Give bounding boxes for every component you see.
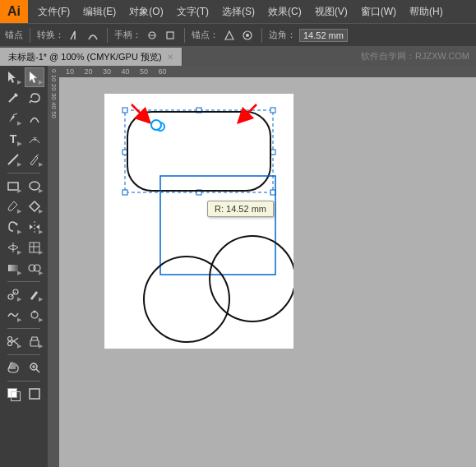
lasso-tool[interactable] — [25, 88, 44, 108]
menu-help[interactable]: 帮助(H) — [403, 0, 450, 23]
pencil-tool[interactable]: ▶ — [25, 150, 44, 169]
red-arrow-topright — [236, 100, 261, 125]
svg-rect-43 — [30, 389, 39, 399]
blend-tool[interactable]: ▶ — [3, 284, 23, 304]
svg-line-58 — [132, 104, 146, 118]
width-tool[interactable]: ▶ — [3, 238, 23, 257]
tool-row-3: ▶ — [0, 109, 48, 128]
artwork-svg — [104, 94, 293, 349]
corner-radius-value[interactable]: 14.52 mm — [299, 29, 348, 42]
anchor-icon-2[interactable] — [240, 28, 255, 43]
tool-sep-4 — [7, 354, 40, 355]
type-on-path-tool[interactable]: T — [25, 129, 44, 149]
menu-file[interactable]: 文件(F) — [31, 0, 76, 23]
anchor-icon-1[interactable] — [222, 28, 237, 43]
artboard: R: 14.52 mm — [104, 94, 293, 349]
svg-rect-50 — [122, 190, 127, 195]
menu-effect[interactable]: 效果(C) — [261, 0, 308, 23]
menu-type[interactable]: 文字(T) — [170, 0, 215, 23]
live-paint-tool[interactable]: ▶ — [25, 284, 44, 304]
curvature-tool[interactable] — [25, 109, 44, 128]
reflect-tool[interactable]: ▶ — [25, 217, 44, 237]
convert-icon-1[interactable] — [67, 28, 82, 43]
menu-select[interactable]: 选择(S) — [215, 0, 261, 23]
toolbar-sep-4 — [261, 28, 262, 43]
horizontal-ruler: 0 10 20 30 40 50 60 — [48, 66, 476, 77]
menu-view[interactable]: 视图(V) — [308, 0, 354, 23]
draw-mode-tool[interactable] — [25, 384, 44, 404]
svg-line-11 — [13, 113, 17, 115]
menu-items: 文件(F) 编辑(E) 对象(O) 文字(T) 选择(S) 效果(C) 视图(V… — [28, 0, 450, 23]
mesh-tool[interactable]: ▶ — [25, 238, 44, 257]
direct-selection-tool[interactable]: ▶ — [25, 67, 44, 87]
ellipse-tool[interactable]: ▶ — [25, 176, 44, 196]
svg-rect-52 — [270, 190, 275, 195]
svg-text:T: T — [33, 136, 37, 143]
puppet-warp-tool[interactable]: ▶ — [25, 305, 44, 325]
tool-sep-3 — [7, 328, 40, 329]
shape-builder-tool[interactable]: ▶ — [25, 258, 44, 278]
tab-close-button[interactable]: ✕ — [167, 53, 173, 62]
tool-row-7: ▶ ▶ — [0, 197, 48, 216]
warp-tool[interactable]: ▶ — [3, 305, 23, 325]
menu-window[interactable]: 窗口(W) — [354, 0, 403, 23]
tool-row-11: ▶ ▶ — [0, 284, 48, 304]
toolbar-handle-label: 手柄： — [114, 29, 141, 41]
zoom-tool[interactable] — [25, 358, 44, 377]
menubar: Ai 文件(F) 编辑(E) 对象(O) 文字(T) 选择(S) 效果(C) 视… — [0, 0, 476, 23]
selection-tool[interactable]: ▶ — [3, 67, 23, 87]
radius-tooltip: R: 14.52 mm — [207, 201, 274, 217]
shaper-tool[interactable]: ▶ — [25, 197, 44, 216]
canvas-area: 0 10 20 30 40 50 60 0 10 20 30 40 50 — [48, 66, 476, 467]
magic-wand-tool[interactable] — [3, 88, 23, 108]
scissors-tool[interactable]: ▶ — [3, 331, 23, 351]
eraser-tool[interactable]: ▶ — [25, 331, 44, 351]
toolbar-convert-label: 转换： — [37, 29, 64, 41]
radius-value: R: 14.52 mm — [215, 204, 266, 214]
line-tool[interactable]: ▶ — [3, 150, 23, 169]
tool-row-5: ▶ ▶ — [0, 150, 48, 169]
tool-sep-1 — [7, 173, 40, 173]
radius-handle-cursor — [150, 118, 163, 134]
tool-row-8: ▶ ▶ — [0, 217, 48, 237]
svg-point-33 — [34, 311, 36, 313]
svg-point-60 — [151, 120, 161, 130]
handle-icon-2[interactable] — [163, 28, 178, 43]
toolbar-corner-label: 边角： — [269, 29, 296, 41]
tool-row-13: ▶ ▶ — [0, 331, 48, 351]
svg-point-34 — [8, 342, 12, 346]
canvas-surface[interactable]: R: 14.52 mm — [59, 77, 476, 467]
rotate-tool[interactable]: ▶ — [3, 217, 23, 237]
document-tab[interactable]: 未标题-1* @ 100% (CMYK/GPU 预览) ✕ — [0, 48, 183, 66]
main-area: ▶ ▶ ▶ T — [0, 66, 476, 467]
paintbrush-tool[interactable]: ▶ — [3, 197, 23, 216]
tool-row-6: ▶ ▶ — [0, 176, 48, 196]
pen-tool[interactable]: ▶ — [3, 109, 23, 128]
tool-row-9: ▶ ▶ — [0, 238, 48, 257]
handle-icon-1[interactable] — [145, 28, 159, 43]
svg-line-8 — [9, 95, 16, 102]
type-tool[interactable]: T ▶ — [3, 129, 23, 149]
fill-tool[interactable] — [3, 384, 23, 404]
rectangle-tool[interactable]: ▶ — [3, 176, 23, 196]
tool-row-4: T ▶ T — [0, 129, 48, 149]
menu-edit[interactable]: 编辑(E) — [76, 0, 122, 23]
toolbox: ▶ ▶ ▶ T — [0, 66, 48, 467]
hand-tool[interactable] — [3, 358, 23, 377]
tool-row-12: ▶ ▶ — [0, 305, 48, 325]
svg-rect-38 — [30, 340, 39, 346]
svg-marker-6 — [8, 72, 16, 83]
svg-line-10 — [30, 100, 31, 103]
red-arrow-topleft — [127, 100, 152, 125]
svg-rect-2 — [167, 32, 173, 39]
tool-row-fill — [0, 384, 48, 404]
svg-line-59 — [243, 104, 256, 118]
gradient-tool[interactable]: ▶ — [3, 258, 23, 278]
svg-marker-20 — [30, 224, 33, 229]
menu-object[interactable]: 对象(O) — [122, 0, 169, 23]
tool-row-10: ▶ ▶ — [0, 258, 48, 278]
convert-icon-2[interactable] — [85, 28, 100, 43]
toolbar-anchor-pt-label: 锚点： — [192, 29, 219, 41]
svg-rect-47 — [270, 108, 275, 113]
tool-sep-5 — [7, 381, 40, 381]
